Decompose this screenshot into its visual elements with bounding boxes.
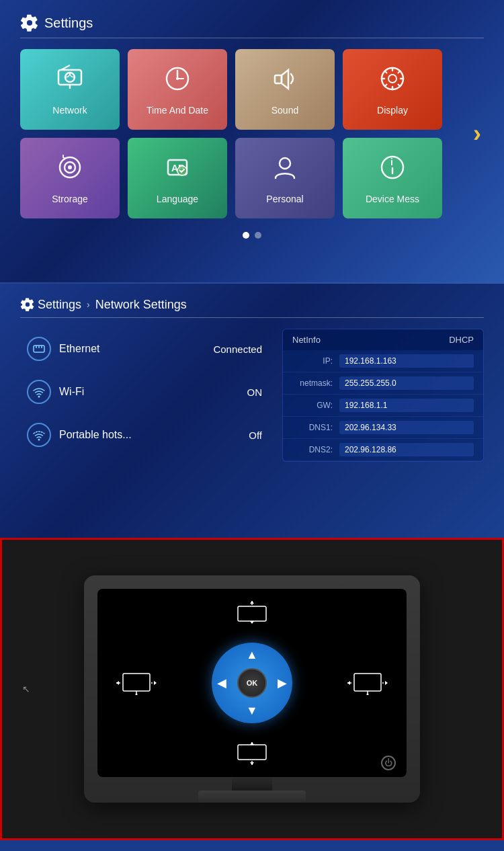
grid-item-timedate[interactable]: Time And Date [128,49,227,130]
gear-icon [20,13,39,32]
dot-1[interactable] [243,232,249,239]
devicemess-label: Device Mess [366,194,419,204]
storage-icon [54,152,85,190]
netmask-label: netmask: [292,378,333,388]
storage-label: Strorage [52,194,88,204]
svg-line-17 [398,71,401,73]
ethernet-status: Connected [213,343,262,355]
tv-monitor: OK ▲ ▼ ◀ ▶ [84,575,420,803]
power-icon: ⏻ [384,758,392,768]
grid-row-2: Strorage AB Language [20,138,457,218]
gw-value: 192.168.1.1 [339,399,474,412]
hotspot-name: Portable hots... [59,429,241,441]
dpad-ok-button[interactable]: OK [237,668,267,698]
display-label: Display [377,105,408,116]
adjust-right-icon [347,671,388,695]
svg-marker-49 [347,681,350,685]
tv-stand [97,777,407,803]
network-label: Network [52,105,87,116]
svg-point-25 [280,158,290,169]
wifi-item[interactable]: Wi-Fi ON [20,372,269,412]
network-breadcrumb-settings: Settings [38,298,81,312]
network-settings-header: Settings › Network Settings [20,297,484,318]
cursor-indicator: ↖ [22,684,30,694]
tv-power-button[interactable]: ⏻ [381,756,396,770]
tv-stand-base [198,791,306,803]
netinfo-netmask-row: netmask: 255.255.255.0 [283,372,483,395]
ethernet-name: Ethernet [59,343,205,355]
display-icon [377,63,408,101]
svg-rect-54 [238,745,266,760]
grid-item-devicemess[interactable]: i Device Mess [343,138,442,218]
dns2-value: 202.96.128.86 [339,443,474,456]
svg-point-53 [367,694,369,696]
dpad-left-button[interactable]: ◀ [217,676,226,690]
grid-item-sound[interactable]: Sound [235,49,335,130]
dpad-container: OK ▲ ▼ ◀ ▶ [185,616,319,750]
settings-section: Settings Network [0,0,504,282]
dpad-up-button[interactable]: ▲ [246,648,258,662]
settings-header: Settings [20,13,484,38]
svg-rect-8 [275,75,282,83]
svg-marker-37 [250,601,254,604]
netinfo-header: NetInfo DHCP [283,329,483,350]
dpad-outer-ring: OK ▲ ▼ ◀ ▶ [212,643,292,723]
svg-line-18 [385,85,387,87]
grid-item-personal[interactable]: Personal [235,138,335,218]
svg-point-21 [68,165,72,169]
dpad-down-button[interactable]: ▼ [246,704,258,718]
wifi-icon [27,380,51,404]
svg-marker-42 [116,681,119,685]
dns1-value: 202.96.134.33 [339,421,474,434]
timedate-icon [162,63,193,101]
svg-rect-40 [123,674,150,691]
network-breadcrumb-network: Network Settings [95,298,187,312]
wifi-status: ON [247,387,263,398]
ethernet-item[interactable]: Ethernet Connected [20,329,269,369]
ethernet-icon [27,337,51,361]
tv-stand-connector [232,777,272,791]
timedate-label: Time And Date [146,105,208,116]
language-label: Language [157,194,198,204]
tv-screen: OK ▲ ▼ ◀ ▶ [97,589,407,777]
grid-item-network[interactable]: Network [20,49,120,130]
svg-point-33 [38,396,40,398]
hotspot-item[interactable]: Portable hots... Off [20,415,269,455]
screen-adjust-right[interactable] [347,671,388,695]
svg-rect-47 [354,674,381,691]
grid-row-1: Network Time And Date [20,49,457,130]
svg-point-34 [38,439,40,441]
netinfo-panel: NetInfo DHCP IP: 192.168.1.163 netmask: … [282,329,484,462]
svg-marker-51 [385,681,388,685]
network-options-list: Ethernet Connected Wi-Fi ON [20,329,269,462]
svg-point-10 [388,75,396,83]
screen-adjust-bottom[interactable] [235,742,269,765]
next-page-chevron[interactable]: › [473,120,481,148]
svg-point-46 [136,694,138,696]
svg-text:i: i [390,157,393,167]
language-icon: AB [162,152,193,190]
settings-page-title: Settings [44,15,93,31]
dpad-right-button[interactable]: ▶ [278,676,287,690]
netinfo-gw-row: GW: 192.168.1.1 [283,395,483,417]
wifi-name: Wi-Fi [59,386,239,398]
grid-item-language[interactable]: AB Language [128,138,227,218]
svg-line-16 [398,85,401,87]
adjust-bottom-icon [235,742,269,765]
screen-adjust-left[interactable] [116,671,157,695]
settings-grid: Network Time And Date [20,49,484,218]
netinfo-dns2-row: DNS2: 202.96.128.86 [283,439,483,461]
grid-item-storage[interactable]: Strorage [20,138,120,218]
ip-label: IP: [292,356,333,366]
grid-item-display[interactable]: Display [343,49,442,130]
svg-marker-58 [250,742,254,745]
netmask-value: 255.255.255.0 [339,376,474,390]
adjust-left-icon [116,671,157,695]
netinfo-mode: DHCP [449,335,474,345]
dot-2[interactable] [255,232,261,239]
netinfo-dns1-row: DNS1: 202.96.134.33 [283,417,483,439]
sound-icon [269,63,300,101]
tv-control-section: ↖ [0,538,504,840]
dns1-label: DNS1: [292,423,333,432]
ip-value: 192.168.1.163 [339,354,474,368]
